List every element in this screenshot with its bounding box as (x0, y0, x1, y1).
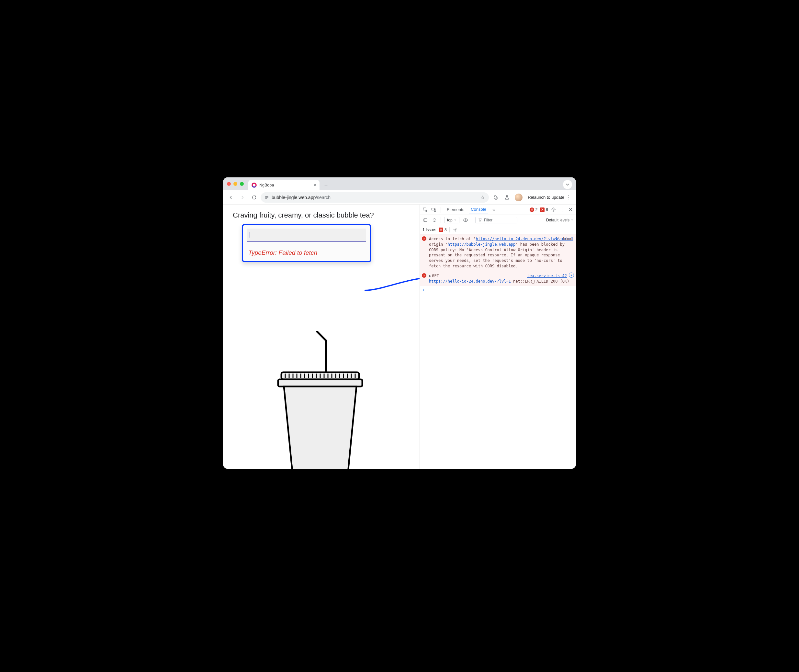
issues-label: 1 Issue: (423, 227, 436, 232)
bookmark-star-icon[interactable]: ☆ (480, 194, 485, 200)
extensions-button[interactable] (490, 192, 501, 203)
svg-line-28 (434, 219, 436, 221)
url-text: bubble-jingle.web.app/search (272, 195, 331, 200)
device-toolbar-icon[interactable] (431, 207, 437, 213)
console-settings-gear-icon[interactable] (452, 227, 458, 233)
disclosure-triangle-icon[interactable]: ▶ (429, 273, 431, 279)
window-close-icon[interactable] (227, 182, 231, 186)
log-levels-selector[interactable]: Default levels (546, 218, 573, 222)
log2-url[interactable]: https://hello-io-24.deno.dev/?lvl=1 (429, 279, 511, 283)
labs-flask-icon[interactable] (502, 192, 512, 203)
browser-tab[interactable]: NgBoba × (248, 180, 320, 190)
tab-close-icon[interactable]: × (314, 182, 316, 188)
console-issues-row: 1 Issue: ✕ 8 (420, 225, 576, 234)
devtools-tab-console[interactable]: Console (469, 206, 488, 214)
console-filter-input[interactable]: Filter (475, 217, 517, 223)
console-sidebar-toggle-icon[interactable] (423, 217, 428, 223)
devtools-more-tabs-icon[interactable]: » (491, 207, 496, 213)
filter-placeholder: Filter (484, 218, 493, 222)
address-bar-row: bubble-jingle.web.app/search ☆ Relaunch … (223, 190, 576, 205)
window-minimize-icon[interactable] (234, 182, 237, 186)
avatar-icon (515, 194, 522, 202)
address-bar[interactable]: bubble-jingle.web.app/search ☆ (261, 192, 489, 203)
angular-favicon-icon (251, 182, 257, 188)
svg-rect-25 (424, 219, 428, 221)
console-context-selector[interactable]: top (444, 217, 460, 223)
app-viewport: Craving fruity, creamy, or classic bubbl… (223, 205, 420, 469)
issues-count-value: 8 (445, 227, 447, 232)
issue-square-icon: ✕ (540, 208, 544, 212)
devtools-errors-badge[interactable]: ✕ 2 (530, 208, 538, 212)
funnel-icon (478, 218, 482, 222)
log-source-link[interactable]: tea.service.ts:42 (527, 273, 567, 279)
devtools-tab-elements[interactable]: Elements (445, 206, 466, 213)
annotation-arrow-icon (363, 272, 420, 295)
devtools-issues-badge[interactable]: ✕ 8 (540, 208, 548, 212)
browser-window: NgBoba × + (223, 178, 576, 469)
svg-point-30 (455, 229, 456, 230)
live-expression-eye-icon[interactable] (463, 217, 468, 223)
forward-button[interactable] (237, 192, 248, 203)
devtools-close-icon[interactable]: ✕ (567, 207, 573, 213)
window-traffic-lights (227, 178, 244, 190)
inspect-element-icon[interactable] (423, 207, 428, 213)
error-message: TypeError: Failed to fetch (248, 249, 366, 256)
search-box: TypeError: Failed to fetch (242, 224, 371, 262)
tab-title: NgBoba (259, 183, 311, 187)
log1-url2[interactable]: https://bubble-jingle.web.app (448, 242, 516, 246)
error-icon: ✕ (422, 273, 426, 278)
log2-method: GET (432, 274, 439, 278)
svg-point-24 (553, 209, 554, 210)
tab-bar: NgBoba × + (223, 178, 576, 190)
back-button[interactable] (226, 192, 236, 203)
devtools-settings-icon[interactable] (551, 207, 557, 213)
levels-label: Default levels (546, 218, 570, 222)
relaunch-button[interactable]: Relaunch to update ⋮ (525, 193, 573, 202)
devtools-tabbar: Elements Console » ✕ 2 ✕ 8 (420, 205, 576, 215)
devtools-kebab-icon[interactable]: ⋮ (559, 207, 565, 213)
issue-square-icon: ✕ (439, 227, 443, 232)
kebab-menu-icon[interactable]: ⋮ (565, 194, 571, 200)
devtools-panel: Elements Console » ✕ 2 ✕ 8 (420, 205, 576, 469)
svg-point-29 (465, 219, 466, 221)
svg-rect-20 (278, 379, 362, 387)
error-icon: ✕ (422, 236, 426, 241)
console-log-area[interactable]: ✕ search:1 Access to fetch at 'https://h… (420, 234, 576, 469)
console-toolbar: top Filter Default levels (420, 215, 576, 225)
issue-count-top: 8 (546, 208, 548, 212)
url-host: bubble-jingle.web.app (272, 195, 315, 200)
error-circle-icon: ✕ (530, 208, 534, 212)
context-label: top (447, 218, 453, 222)
ai-explain-icon[interactable]: ✦ (569, 272, 574, 278)
relaunch-label: Relaunch to update (528, 195, 564, 200)
work-area: Craving fruity, creamy, or classic bubbl… (223, 205, 576, 469)
search-input[interactable] (247, 229, 366, 242)
log1-url1[interactable]: https://hello-io-24.deno.dev/?lvl=1 (476, 237, 558, 241)
site-info-icon[interactable] (264, 195, 269, 200)
console-prompt[interactable]: › (420, 286, 576, 294)
error-count: 2 (535, 208, 538, 212)
console-error-entry[interactable]: ✕ tea.service.ts:42 ✦ ▶GET https://hello… (420, 271, 576, 286)
profile-avatar[interactable] (514, 192, 524, 203)
log1-part1: Access to fetch at ' (429, 237, 476, 241)
text-caret-icon (250, 232, 250, 238)
url-path: /search (315, 195, 331, 200)
window-maximize-icon[interactable] (240, 182, 244, 186)
console-error-entry[interactable]: ✕ search:1 Access to fetch at 'https://h… (420, 234, 576, 271)
log2-tail: net::ERR_FAILED 200 (OK) (511, 279, 570, 283)
issues-count-badge[interactable]: ✕ 8 (439, 227, 447, 232)
page-title: Craving fruity, creamy, or classic bubbl… (233, 211, 410, 219)
tabs-dropdown-button[interactable] (563, 180, 572, 189)
boba-cup-illustration (268, 331, 372, 469)
log-source-link[interactable]: search:1 (554, 236, 573, 242)
clear-console-icon[interactable] (432, 217, 437, 223)
reload-button[interactable] (249, 192, 259, 203)
new-tab-button[interactable]: + (322, 181, 331, 190)
